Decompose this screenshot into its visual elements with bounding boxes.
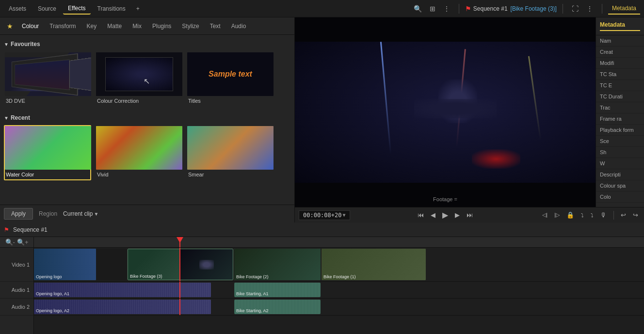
effect-3ddve-thumb [5, 52, 91, 96]
preview-top-letterbox [295, 17, 596, 42]
overwrite-icon[interactable]: ⤵ [589, 211, 596, 219]
apply-button[interactable]: Apply [4, 208, 33, 220]
next-frame-btn[interactable]: ▶ [453, 210, 462, 220]
timeline-panel: ⚑ Sequence #1 🔍- 🔍+ Video 1 Audio 1 Audi… [0, 223, 644, 334]
main-content: ★ Colour Transform Key Matte Mix Plugins… [0, 17, 644, 223]
search-icon[interactable]: 🔍 [411, 3, 425, 15]
metadata-playback-format[interactable]: Playback form [596, 125, 644, 136]
filter-colour[interactable]: Colour [17, 21, 44, 32]
effect-titles[interactable]: Sample text Titles [186, 51, 274, 107]
clip-bike-audio1[interactable]: Bike Starting, A1 [234, 283, 321, 297]
preview-more-icon[interactable]: ⋮ [583, 3, 596, 15]
metadata-track[interactable]: Trac [596, 102, 644, 113]
nav-add-tab[interactable]: + [132, 3, 144, 14]
effect-colour-thumb: ↖ [96, 52, 182, 96]
metadata-framerate[interactable]: Frame ra [596, 113, 644, 125]
clip-opening-logo[interactable]: Opening logo [34, 249, 96, 280]
filter-audio[interactable]: Audio [226, 21, 251, 32]
metadata-tab[interactable]: Metadata [608, 3, 640, 15]
metadata-colour[interactable]: Colo [596, 191, 644, 203]
recent-grid: Water Color Vivid Smear [4, 125, 290, 180]
effect-smear[interactable]: Smear [186, 125, 274, 180]
effect-watercolor[interactable]: Water Color [4, 125, 91, 180]
voice-icon[interactable]: 🎙 [598, 210, 609, 220]
effect-colour[interactable]: ↖ Colour Correction [95, 51, 182, 107]
clip-bike-audio2-label: Bike Starting, A2 [236, 308, 269, 313]
metadata-tc-end[interactable]: TC E [596, 80, 644, 91]
clip-opening-audio2-label: Opening logo, A2 [36, 308, 69, 313]
nav-effects[interactable]: Effects [63, 3, 90, 15]
in-point-icon[interactable]: ◁| [540, 211, 549, 219]
effect-vivid[interactable]: Vivid [95, 125, 182, 180]
timeline-body: 🔍- 🔍+ Video 1 Audio 1 Audio 2 00:00:00+0… [0, 237, 644, 334]
recent-header[interactable]: ▼ Recent [4, 112, 290, 125]
filter-key[interactable]: Key [82, 21, 102, 32]
recent-label: Recent [11, 114, 30, 121]
metadata-shot[interactable]: Sh [596, 147, 644, 158]
nav-source[interactable]: Source [33, 3, 61, 14]
region-select[interactable]: Current clip ▼ [63, 210, 98, 217]
redo-icon[interactable]: ↪ [631, 210, 640, 220]
ruler: 00:00:00+00 00:00:05+00 00:00:10+00 00:0… [34, 237, 644, 248]
effect-watercolor-label: Water Color [5, 170, 90, 179]
audio-track-1: Opening logo, A1 Bike Starting, A1 🔊 [34, 282, 644, 299]
metadata-w[interactable]: W [596, 158, 644, 169]
effect-3ddve-label: 3D DVE [5, 96, 90, 106]
clip-bike3-label: Bike Footage (3) [130, 274, 162, 279]
metadata-tc-duration[interactable]: TC Durati [596, 91, 644, 102]
insert-icon[interactable]: ⤵ [579, 211, 586, 219]
grid-icon[interactable]: ⊞ [427, 3, 438, 15]
clip-opening-audio1[interactable]: Opening logo, A1 [34, 283, 211, 297]
metadata-scene[interactable]: Sce [596, 136, 644, 147]
go-end-btn[interactable]: ⏭ [465, 210, 475, 220]
out-point-icon[interactable]: |▷ [552, 211, 562, 219]
go-start-btn[interactable]: ⏮ [416, 210, 426, 220]
prev-frame-btn[interactable]: ◀ [429, 210, 437, 220]
clip-bike2-label: Bike Footage (2) [236, 274, 269, 279]
nav-transitions[interactable]: Transitions [93, 3, 130, 14]
nav-assets[interactable]: Assets [4, 3, 31, 14]
metadata-created[interactable]: Creat [596, 47, 644, 58]
clip-opening-audio2[interactable]: Opening logo, A2 [34, 300, 211, 314]
effect-3ddve[interactable]: 3D DVE [4, 51, 91, 107]
timecode-display[interactable]: 00:00:08+20 ▼ [299, 210, 350, 220]
filter-plugins[interactable]: Plugins [147, 21, 176, 32]
effect-vivid-thumb [96, 126, 182, 170]
sequence-flag: ⚑ [465, 5, 471, 13]
timeline-flag: ⚑ [4, 226, 9, 233]
metadata-modified[interactable]: Modifi [596, 58, 644, 69]
clip-bike3[interactable]: Bike Footage (3) [128, 249, 233, 280]
filter-matte[interactable]: Matte [102, 21, 127, 32]
clip-bike-audio2[interactable]: Bike Starting, A2 [234, 300, 321, 314]
timecode-dropdown[interactable]: ▼ [342, 212, 345, 218]
favorites-star[interactable]: ★ [4, 21, 16, 31]
preview-bottom-letterbox [295, 183, 596, 207]
metadata-name[interactable]: Nam [596, 35, 644, 47]
metadata-tc-start[interactable]: TC Sta [596, 69, 644, 80]
clip-opening-logo-label: Opening logo [36, 274, 62, 279]
favourites-header[interactable]: ▼ Favourites [4, 39, 290, 51]
clip-bike1[interactable]: Bike Footage (1) [322, 249, 426, 280]
filter-mix[interactable]: Mix [128, 21, 146, 32]
metadata-description[interactable]: Descripti [596, 169, 644, 180]
metadata-rows: Nam Creat Modifi TC Sta TC E TC Durati T… [596, 35, 644, 207]
filter-transform[interactable]: Transform [45, 21, 80, 32]
zoom-out-btn[interactable]: 🔍- [5, 239, 15, 246]
filter-stylize[interactable]: Stylize [177, 21, 204, 32]
track-labels: 🔍- 🔍+ Video 1 Audio 1 Audio 2 [0, 237, 34, 334]
metadata-colour-space[interactable]: Colour spa [596, 180, 644, 191]
preview-timecode-bar: 00:00:08+20 ▼ ⏮ ◀ ▶ ▶ ⏭ ◁| |▷ 🔒 ⤵ ⤵ 🎙 ↩ … [295, 207, 644, 223]
zoom-in-btn[interactable]: 🔍+ [17, 239, 29, 246]
fullscreen-icon[interactable]: ⛶ [569, 3, 581, 15]
effect-smear-thumb [187, 126, 274, 170]
play-btn[interactable]: ▶ [440, 209, 450, 221]
undo-icon[interactable]: ↩ [619, 210, 628, 220]
more-icon[interactable]: ⋮ [440, 3, 453, 15]
effect-vivid-label: Vivid [96, 170, 181, 179]
filter-text[interactable]: Text [205, 21, 225, 32]
lock-icon[interactable]: 🔒 [564, 210, 576, 220]
audio1-label: Audio 1 [0, 282, 33, 299]
metadata-panel: Metadata Nam Creat Modifi TC Sta TC E TC… [596, 17, 644, 207]
metadata-title: Metadata [600, 21, 640, 31]
clip-bike2[interactable]: Bike Footage (2) [234, 249, 321, 280]
